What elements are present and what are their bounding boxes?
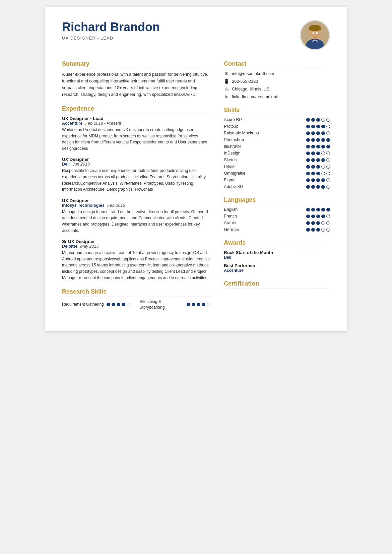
- dot: [311, 172, 315, 175]
- skill-item: Proto.io: [224, 124, 330, 129]
- skill-item: I Rise: [224, 164, 330, 169]
- awards-section: Awards Rock Start of the MonthDellBest P…: [224, 239, 330, 273]
- skill-item: Axure RP: [224, 117, 330, 122]
- dot: [306, 118, 310, 122]
- dot: [117, 303, 120, 306]
- research-item-2: Sketching & Storyboarding: [140, 299, 211, 310]
- svg-point-9: [314, 35, 316, 36]
- award-title: Rock Start of the Month: [224, 250, 330, 255]
- skill-dots: [306, 214, 330, 218]
- skill-name: Illustrator: [224, 144, 254, 149]
- skill-item: Omnigraffie: [224, 171, 330, 176]
- dot: [112, 303, 115, 306]
- dot: [326, 131, 330, 135]
- dot: [321, 178, 325, 182]
- dot: [306, 221, 310, 225]
- dot: [321, 228, 325, 232]
- research-label-1: Requirement Gathering: [62, 302, 104, 307]
- dot: [306, 158, 310, 162]
- dot: [197, 303, 200, 306]
- dot: [316, 221, 320, 225]
- research-dots-1: [107, 303, 130, 306]
- contact-location: ◎ Chicago, Illinois, US: [224, 86, 330, 91]
- exp-company-1: Accenture Feb 2018 - Present: [62, 121, 210, 126]
- dot: [316, 158, 320, 162]
- skill-item: Adobe XD: [224, 184, 330, 189]
- email-text: info@resumekraft.com: [232, 71, 274, 76]
- dot: [306, 214, 310, 218]
- contact-email: ✉ info@resumekraft.com: [224, 71, 330, 76]
- dot: [311, 221, 315, 225]
- skill-item: French: [224, 214, 330, 219]
- dot: [321, 221, 325, 225]
- dot: [316, 131, 320, 135]
- dot: [321, 138, 325, 142]
- skill-item: English: [224, 207, 330, 212]
- dot: [321, 151, 325, 155]
- dot: [321, 214, 325, 218]
- dot: [187, 303, 190, 306]
- contact-linkedin: in linkedin.com/resumekraft: [224, 94, 330, 99]
- dot: [207, 303, 210, 306]
- exp-desc-1: Working as Product designer and UX desig…: [62, 127, 210, 151]
- dot: [326, 118, 330, 122]
- dot: [316, 118, 320, 122]
- languages-section: Languages EnglishFrenchArabicGerman: [224, 196, 330, 232]
- dot: [306, 145, 310, 148]
- skill-dots: [306, 145, 330, 148]
- dot: [321, 145, 325, 148]
- research-skills-title: Research Skills: [62, 288, 210, 297]
- dot: [316, 172, 320, 175]
- dot: [107, 303, 110, 306]
- dot: [316, 185, 320, 189]
- skill-dots: [306, 178, 330, 182]
- skill-item: Sketch: [224, 158, 330, 162]
- dot: [321, 185, 325, 189]
- dot: [326, 138, 330, 142]
- dot: [321, 208, 325, 211]
- research-label-2: Sketching & Storyboarding: [140, 299, 184, 310]
- contact-phone: 📱 202-555-0120: [224, 79, 330, 84]
- award-title: Best Performer: [224, 263, 330, 268]
- dot: [316, 214, 320, 218]
- candidate-name: Richard Brandon: [62, 20, 160, 34]
- certification-section: Certification: [224, 280, 330, 289]
- contact-title: Contact: [224, 60, 330, 69]
- research-dots-2: [187, 303, 210, 306]
- dot: [306, 172, 310, 175]
- dot: [326, 221, 330, 225]
- skill-item: Arabic: [224, 221, 330, 225]
- skill-item: InDesign: [224, 151, 330, 156]
- linkedin-text: linkedin.com/resumekraft: [232, 95, 278, 99]
- dot: [311, 178, 315, 182]
- dot: [316, 125, 320, 128]
- award-item: Best PerformerAccenture: [224, 263, 330, 273]
- awards-title: Awards: [224, 239, 330, 248]
- dot: [306, 131, 310, 135]
- skill-item: Photoshop: [224, 137, 330, 142]
- skill-name: Figma: [224, 178, 254, 182]
- dot: [311, 165, 315, 169]
- dot: [311, 118, 315, 122]
- dot: [306, 165, 310, 169]
- exp-company-2: Dell Jun 2018: [62, 162, 210, 167]
- dot: [316, 138, 320, 142]
- dot: [306, 125, 310, 128]
- dot: [311, 151, 315, 155]
- dot: [306, 185, 310, 189]
- email-icon: ✉: [224, 71, 229, 76]
- languages-list: EnglishFrenchArabicGerman: [224, 207, 330, 232]
- skill-name: Balsmaic Mockups: [224, 131, 259, 135]
- dot: [316, 165, 320, 169]
- skill-dots: [306, 131, 330, 135]
- dot: [311, 131, 315, 135]
- dot: [326, 208, 330, 211]
- exp-item-1: UX Designer - Lead Accenture Feb 2018 - …: [62, 116, 210, 151]
- linkedin-icon: in: [224, 94, 229, 99]
- skills-title: Skills: [224, 107, 330, 115]
- skill-name: Axure RP: [224, 117, 254, 122]
- dot: [202, 303, 205, 306]
- certification-title: Certification: [224, 280, 330, 289]
- skill-name: I Rise: [224, 164, 254, 169]
- skill-item: Figma: [224, 178, 330, 182]
